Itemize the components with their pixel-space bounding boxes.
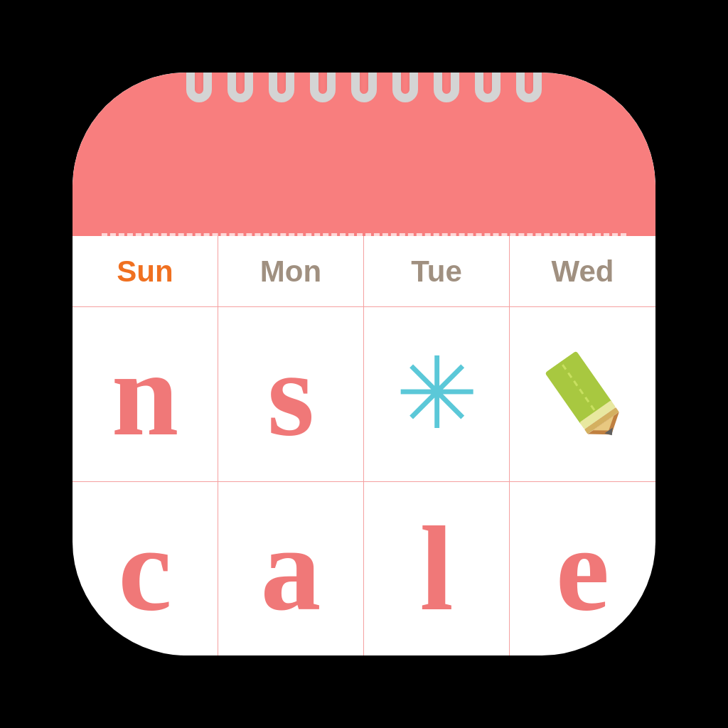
day-headers: Sun Mon Tue Wed	[73, 236, 655, 307]
ring-1	[186, 73, 212, 102]
app-icon: Sun Mon Tue Wed n s ✳	[73, 73, 655, 655]
ring-3	[269, 73, 294, 102]
header-mon: Mon	[218, 236, 364, 306]
calendar-row-1: n s ✳	[73, 307, 655, 482]
calendar-rows: n s ✳	[73, 307, 655, 655]
spiral-rings	[73, 73, 655, 102]
ring-2	[228, 73, 253, 102]
cell-s: s	[218, 307, 364, 481]
cell-pencil	[510, 307, 655, 481]
cell-l: l	[364, 482, 510, 656]
letter-a: a	[261, 508, 321, 629]
cell-e: e	[510, 482, 655, 656]
ring-5	[351, 73, 377, 102]
header-tue: Tue	[364, 236, 510, 306]
cell-a: a	[218, 482, 364, 656]
ring-9	[516, 73, 542, 102]
pencil-icon	[537, 348, 629, 440]
header-wed: Wed	[510, 236, 655, 306]
header-sun: Sun	[73, 236, 218, 306]
letter-n: n	[112, 333, 179, 454]
ring-4	[310, 73, 336, 102]
cell-asterisk: ✳	[364, 307, 510, 481]
ring-8	[475, 73, 500, 102]
letter-s: s	[267, 333, 314, 454]
calendar-body: Sun Mon Tue Wed n s ✳	[73, 236, 655, 655]
ring-6	[392, 73, 418, 102]
ring-7	[434, 73, 459, 102]
dashed-separator	[102, 233, 626, 236]
asterisk-icon: ✳	[395, 344, 478, 444]
calendar-top	[73, 73, 655, 236]
calendar-row-2: c a l e	[73, 482, 655, 656]
letter-c: c	[118, 508, 171, 629]
cell-c: c	[73, 482, 218, 656]
letter-e: e	[556, 508, 609, 629]
cell-n: n	[73, 307, 218, 481]
letter-l: l	[419, 508, 453, 629]
